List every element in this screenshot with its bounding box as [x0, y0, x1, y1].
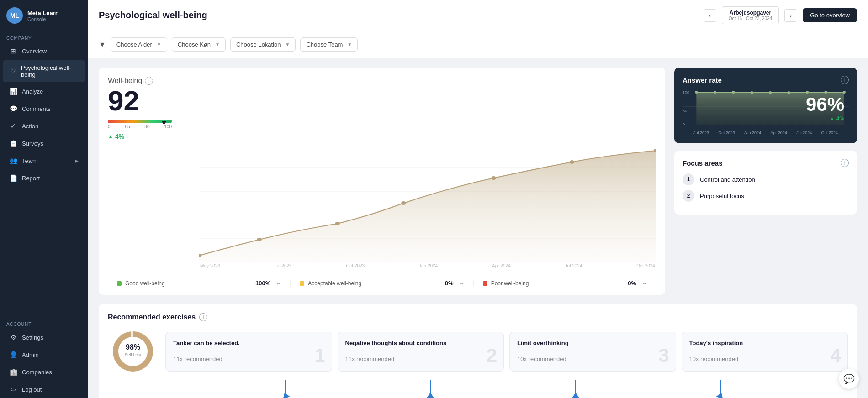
rec-card-title-1: Tanker can be selected.: [173, 340, 324, 346]
svg-point-26: [714, 91, 716, 94]
svg-point-14: [335, 222, 340, 225]
svg-point-28: [751, 91, 753, 94]
sidebar-item-overview[interactable]: ⊞ Overview: [3, 43, 85, 59]
sidebar-item-report[interactable]: 📄 Report: [3, 170, 85, 186]
team-icon: 👥: [9, 157, 17, 165]
sidebar-item-label: Companies: [22, 369, 52, 376]
filter-icon: ▼: [99, 41, 106, 49]
rec-content: 98% Self-help Tanker can be selected. 11…: [108, 329, 848, 374]
goto-overview-button[interactable]: Go to overview: [803, 8, 857, 22]
sidebar-item-settings[interactable]: ⚙ Settings: [3, 329, 85, 346]
rec-count-1: 11x recommended: [173, 352, 324, 364]
right-panel: Answer rate i: [674, 68, 857, 215]
chat-button[interactable]: 💬: [839, 369, 859, 389]
rec-card-2: Negative thoughts about conditions 11x r…: [338, 332, 504, 372]
rec-count-2: 11x recommended: [345, 352, 497, 364]
wellbeing-chart-svg: 100 80 60 40 20 0: [199, 144, 656, 262]
wellbeing-info-icon[interactable]: i: [145, 77, 153, 85]
filter-kon[interactable]: Choose Køn ▼: [172, 37, 226, 52]
sidebar-item-label: Overview: [22, 48, 47, 55]
prev-arrow-button[interactable]: ‹: [704, 9, 716, 22]
content-area: Well-being i 92 0 65 80: [88, 58, 868, 398]
svg-point-16: [491, 176, 496, 180]
answer-rate-info-icon[interactable]: i: [841, 76, 849, 84]
wellbeing-label: Well-being i: [108, 77, 656, 85]
next-arrow-button[interactable]: ›: [784, 9, 797, 22]
rec-rank-4: 4: [831, 345, 841, 367]
surveys-icon: 📋: [9, 139, 17, 147]
arrow-4: [717, 380, 724, 398]
filters-row: ▼ Choose Alder ▼ Choose Køn ▼ Choose Lok…: [88, 31, 868, 58]
rec-card-4: Today's inspiration 10x recommended 4: [682, 332, 848, 372]
sidebar-item-label: Comments: [22, 105, 51, 112]
sidebar-item-logout[interactable]: ⇦ Log out: [3, 381, 85, 398]
rec-card-title-2: Negative thoughts about conditions: [345, 340, 497, 346]
focus-num-2: 2: [683, 190, 694, 202]
expand-icon: ▶: [75, 158, 79, 163]
progress-bar: 0 65 80 100: [108, 120, 172, 129]
answer-rate-pct: 96%: [806, 94, 844, 115]
rec-count-3: 10x recommended: [517, 352, 668, 364]
arrow-2: [427, 380, 434, 398]
donut-chart: 98% Self-help: [110, 329, 156, 374]
legend-good-dot: [117, 281, 122, 286]
header-controls: ‹ Arbejdsopgaver Oct 16 - Oct 23, 2024 ›…: [704, 6, 857, 24]
admin-icon: 👤: [9, 351, 17, 359]
legend-poor: Poor well-being 0% ↔: [474, 280, 656, 287]
answer-rate-change: ▲ 4%: [806, 115, 844, 122]
sidebar: ML Meta Learn Console COMPANY ⊞ Overview…: [0, 0, 88, 398]
sidebar-item-team[interactable]: 👥 Team ▶: [3, 152, 85, 169]
svg-text:Self-help: Self-help: [125, 352, 141, 357]
focus-areas-info-icon[interactable]: i: [841, 159, 849, 167]
focus-item-2: 2 Purposeful focus: [683, 190, 849, 202]
wellbeing-icon: ♡: [9, 67, 16, 75]
app-logo: ML Meta Learn Console: [0, 0, 88, 31]
sidebar-item-label: Psychological well-being: [21, 64, 79, 78]
svg-point-29: [769, 91, 772, 94]
rec-rank-2: 2: [487, 345, 497, 367]
overview-icon: ⊞: [9, 47, 17, 55]
page-title: Psychological well-being: [99, 10, 207, 21]
chevron-down-icon: ▼: [347, 42, 352, 47]
sidebar-item-label: Admin: [22, 351, 39, 358]
arrow-3: [572, 380, 579, 398]
svg-point-30: [788, 91, 790, 94]
date-range-title: Arbejdsopgaver: [729, 10, 773, 16]
sidebar-item-label: Analyze: [22, 88, 43, 95]
recommended-title: Recommended exercises: [108, 313, 196, 321]
sidebar-item-action[interactable]: ✓ Action: [3, 118, 85, 134]
wellbeing-change: ▲ 4%: [108, 133, 656, 140]
rec-card-title-4: Today's inspiration: [689, 340, 841, 346]
focus-areas-title: Focus areas: [683, 159, 723, 167]
wellbeing-chart-card: Well-being i 92 0 65 80: [99, 68, 665, 295]
sidebar-item-analyze[interactable]: 📊 Analyze: [3, 83, 85, 100]
svg-point-15: [401, 201, 406, 205]
sidebar-item-psychological-wellbeing[interactable]: ♡ Psychological well-being: [3, 60, 85, 82]
wellbeing-score: 92: [108, 87, 656, 115]
report-icon: 📄: [9, 174, 17, 182]
svg-point-13: [257, 238, 262, 241]
app-name: Meta Learn: [27, 10, 59, 16]
rec-rank-3: 3: [658, 345, 669, 367]
sidebar-item-surveys[interactable]: 📋 Surveys: [3, 135, 85, 152]
svg-point-17: [570, 160, 575, 164]
sidebar-item-admin[interactable]: 👤 Admin: [3, 346, 85, 363]
companies-icon: 🏢: [9, 368, 17, 376]
settings-icon: ⚙: [9, 333, 17, 341]
app-sub: Console: [27, 16, 59, 22]
recommended-info-icon[interactable]: i: [199, 313, 207, 321]
sidebar-item-label: Action: [22, 123, 38, 130]
sidebar-item-companies[interactable]: 🏢 Companies: [3, 364, 85, 380]
action-icon: ✓: [9, 122, 17, 130]
svg-text:98%: 98%: [126, 343, 140, 351]
filter-alder[interactable]: Choose Alder ▼: [111, 37, 167, 52]
focus-text-2: Purposeful focus: [700, 193, 744, 199]
filter-team[interactable]: Choose Team ▼: [300, 37, 358, 52]
avatar: ML: [6, 7, 23, 24]
sidebar-item-comments[interactable]: 💬 Comments: [3, 100, 85, 117]
top-section: Well-being i 92 0 65 80: [99, 68, 857, 295]
filter-lokation[interactable]: Choose Lokation ▼: [230, 37, 296, 52]
wellbeing-legend: Good well-being 100% ↔ Acceptable well-b…: [108, 275, 656, 288]
legend-poor-dot: [483, 281, 487, 286]
svg-text:0: 0: [683, 122, 685, 125]
